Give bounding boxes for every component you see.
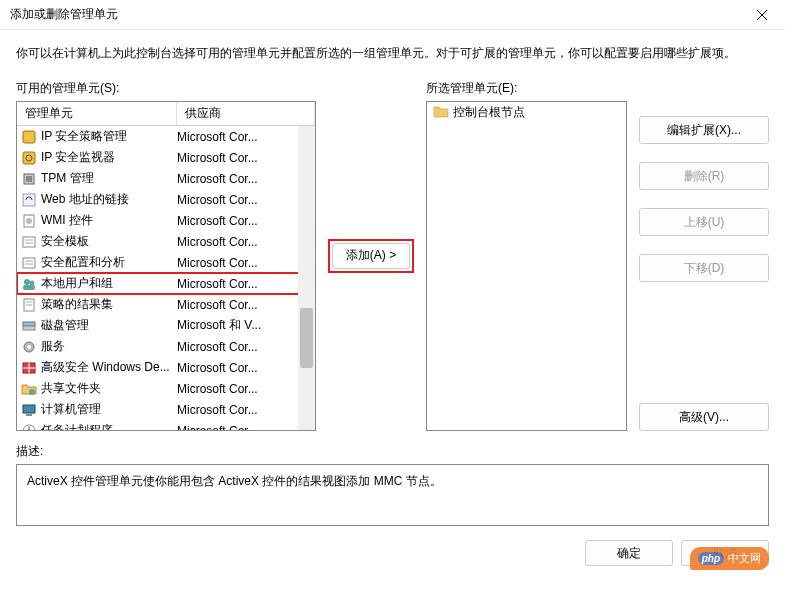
item-vendor: Microsoft Cor... <box>177 130 315 144</box>
svg-rect-2 <box>23 131 35 143</box>
description-text: ActiveX 控件管理单元使你能用包含 ActiveX 控件的结果视图添加 M… <box>27 474 442 488</box>
close-icon <box>757 10 767 20</box>
edit-extensions-button[interactable]: 编辑扩展(X)... <box>639 116 769 144</box>
move-up-button: 上移(U) <box>639 208 769 236</box>
description-box: ActiveX 控件管理单元使你能用包含 ActiveX 控件的结果视图添加 M… <box>16 464 769 526</box>
available-label: 可用的管理单元(S): <box>16 80 316 97</box>
svg-rect-31 <box>26 414 32 416</box>
cancel-button[interactable]: 取消 <box>681 540 769 566</box>
item-name: 共享文件夹 <box>41 380 177 397</box>
list-item[interactable]: 本地用户和组Microsoft Cor... <box>17 273 315 294</box>
item-vendor: Microsoft Cor... <box>177 235 315 249</box>
main-layout: 可用的管理单元(S): 管理单元 供应商 IP 安全策略管理Microsoft … <box>16 80 769 431</box>
item-vendor: Microsoft Cor... <box>177 256 315 270</box>
svg-rect-6 <box>26 176 32 182</box>
instruction-text: 你可以在计算机上为此控制台选择可用的管理单元并配置所选的一组管理单元。对于可扩展… <box>16 44 769 62</box>
item-name: 安全配置和分析 <box>41 254 177 271</box>
item-name: 服务 <box>41 338 177 355</box>
scrollbar[interactable] <box>298 126 315 430</box>
firewall-icon <box>21 360 37 376</box>
disk-icon <box>21 318 37 334</box>
available-section: 可用的管理单元(S): 管理单元 供应商 IP 安全策略管理Microsoft … <box>16 80 316 431</box>
template-icon <box>21 255 37 271</box>
item-vendor: Microsoft Cor... <box>177 151 315 165</box>
item-vendor: Microsoft Cor... <box>177 424 315 431</box>
list-item[interactable]: 高级安全 Windows De...Microsoft Cor... <box>17 357 315 378</box>
description-section: 描述: ActiveX 控件管理单元使你能用包含 ActiveX 控件的结果视图… <box>16 443 769 526</box>
item-vendor: Microsoft Cor... <box>177 214 315 228</box>
svg-rect-18 <box>23 285 35 290</box>
svg-rect-10 <box>23 237 35 247</box>
list-item[interactable]: 共享文件夹Microsoft Cor... <box>17 378 315 399</box>
svg-rect-7 <box>23 194 35 206</box>
right-column: 所选管理单元(E): 控制台根节点 编辑扩展(X)... 删除(R) 上移(U)… <box>426 80 769 431</box>
description-label: 描述: <box>16 443 769 460</box>
column-header-name[interactable]: 管理单元 <box>17 102 177 125</box>
title-bar: 添加或删除管理单元 <box>0 0 785 30</box>
item-name: 安全模板 <box>41 233 177 250</box>
list-item[interactable]: IP 安全监视器Microsoft Cor... <box>17 147 315 168</box>
svg-rect-13 <box>23 258 35 268</box>
item-name: TPM 管理 <box>41 170 177 187</box>
item-vendor: Microsoft Cor... <box>177 172 315 186</box>
item-name: WMI 控件 <box>41 212 177 229</box>
advanced-button[interactable]: 高级(V)... <box>639 403 769 431</box>
list-item[interactable]: TPM 管理Microsoft Cor... <box>17 168 315 189</box>
column-header-vendor[interactable]: 供应商 <box>177 102 315 125</box>
svg-point-9 <box>26 218 32 224</box>
item-name: 本地用户和组 <box>41 275 177 292</box>
add-button[interactable]: 添加(A) > <box>332 243 410 269</box>
shield-search-icon <box>21 150 37 166</box>
clock-icon <box>21 423 37 431</box>
item-name: 任务计划程序 <box>41 422 177 430</box>
list-body: IP 安全策略管理Microsoft Cor...IP 安全监视器Microso… <box>17 126 315 430</box>
gear-doc-icon <box>21 213 37 229</box>
close-button[interactable] <box>739 0 785 30</box>
item-vendor: Microsoft Cor... <box>177 298 315 312</box>
item-name: 计算机管理 <box>41 401 177 418</box>
folder-icon <box>433 104 449 120</box>
item-name: Web 地址的链接 <box>41 191 177 208</box>
svg-point-29 <box>29 389 35 395</box>
shield-key-icon <box>21 129 37 145</box>
list-item[interactable]: 服务Microsoft Cor... <box>17 336 315 357</box>
item-name: IP 安全监视器 <box>41 149 177 166</box>
list-item[interactable]: IP 安全策略管理Microsoft Cor... <box>17 126 315 147</box>
add-button-highlight: 添加(A) > <box>328 239 414 273</box>
remove-button: 删除(R) <box>639 162 769 190</box>
middle-column: 添加(A) > <box>326 80 416 431</box>
item-name: 策略的结果集 <box>41 296 177 313</box>
selected-label: 所选管理单元(E): <box>426 80 627 97</box>
svg-rect-23 <box>23 326 35 330</box>
item-name: IP 安全策略管理 <box>41 128 177 145</box>
item-name: 高级安全 Windows De... <box>41 359 177 376</box>
template-icon <box>21 234 37 250</box>
item-vendor: Microsoft Cor... <box>177 277 315 291</box>
list-item[interactable]: 计算机管理Microsoft Cor... <box>17 399 315 420</box>
selected-listbox[interactable]: 控制台根节点 <box>426 101 627 431</box>
side-buttons: 编辑扩展(X)... 删除(R) 上移(U) 下移(D) 高级(V)... <box>639 80 769 431</box>
svg-rect-3 <box>23 152 35 164</box>
list-item[interactable]: 任务计划程序Microsoft Cor... <box>17 420 315 430</box>
item-vendor: Microsoft Cor... <box>177 340 315 354</box>
scrollbar-thumb[interactable] <box>300 308 313 368</box>
selected-item[interactable]: 控制台根节点 <box>427 102 626 122</box>
svg-point-16 <box>24 279 30 285</box>
computer-icon <box>21 402 37 418</box>
move-down-button: 下移(D) <box>639 254 769 282</box>
list-item[interactable]: WMI 控件Microsoft Cor... <box>17 210 315 231</box>
list-item[interactable]: 安全模板Microsoft Cor... <box>17 231 315 252</box>
item-vendor: Microsoft Cor... <box>177 403 315 417</box>
gear-icon <box>21 339 37 355</box>
ok-button[interactable]: 确定 <box>585 540 673 566</box>
chip-icon <box>21 171 37 187</box>
list-item[interactable]: 策略的结果集Microsoft Cor... <box>17 294 315 315</box>
selected-item-label: 控制台根节点 <box>453 104 525 121</box>
list-header: 管理单元 供应商 <box>17 102 315 126</box>
list-item[interactable]: 安全配置和分析Microsoft Cor... <box>17 252 315 273</box>
link-icon <box>21 192 37 208</box>
list-item[interactable]: 磁盘管理Microsoft 和 V... <box>17 315 315 336</box>
list-item[interactable]: Web 地址的链接Microsoft Cor... <box>17 189 315 210</box>
available-listbox[interactable]: 管理单元 供应商 IP 安全策略管理Microsoft Cor...IP 安全监… <box>16 101 316 431</box>
dialog-footer: 确定 取消 php 中文网 <box>0 526 785 580</box>
